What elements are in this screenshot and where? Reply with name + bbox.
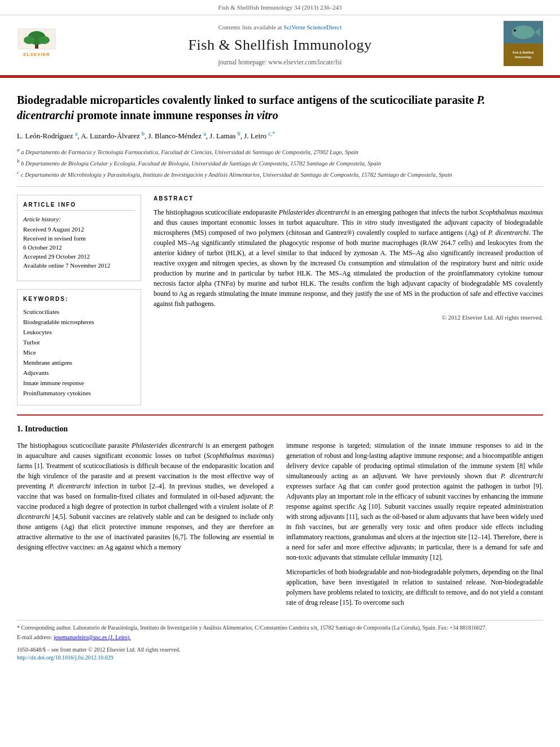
- footnotes-section: * Corresponding author. Laboratorio de P…: [17, 620, 543, 641]
- affiliation-a: a a Departamento de Farmacia y Tecnologí…: [17, 146, 543, 156]
- kw-7: Adjuvants: [23, 369, 135, 378]
- top-bar: Fish & Shellfish Immunology 34 (2013) 23…: [0, 0, 560, 15]
- journal-header: ELSEVIER Contents lists available at Sci…: [0, 15, 560, 76]
- contents-line: Contents lists available at SciVerse Sci…: [62, 23, 498, 32]
- kw-8: Innate immune response: [23, 379, 135, 388]
- article-info-heading: ARTICLE INFO: [23, 201, 135, 211]
- email-label: E-mail address:: [17, 634, 52, 640]
- introduction-section: 1. Introduction The histiophagous scutic…: [17, 414, 543, 612]
- doi-anchor[interactable]: http://dx.doi.org/10.1016/j.fsi.2012.10.…: [17, 654, 113, 661]
- affiliation-b: b b Departamento de Biología Celular y E…: [17, 158, 543, 168]
- intro-text-columns: The histiophagous scuticociliate parasit…: [17, 440, 543, 612]
- kw-4: Turbot: [23, 338, 135, 347]
- svg-rect-11: [504, 43, 543, 66]
- kw-5: Mice: [23, 348, 135, 357]
- copyright-line: © 2012 Elsevier Ltd. All rights reserved…: [154, 313, 543, 322]
- svg-point-8: [512, 25, 535, 39]
- svg-text:Fish & Shellfish: Fish & Shellfish: [513, 51, 534, 54]
- affiliation-c: c c Departamento de Microbiología y Para…: [17, 169, 543, 179]
- journal-homepage: journal homepage: www.elsevier.com/locat…: [62, 58, 498, 67]
- kw-2: Biodegradable microspheres: [23, 318, 135, 327]
- keywords-heading: Keywords:: [23, 295, 135, 304]
- svg-point-4: [38, 36, 50, 44]
- journal-badge-svg: Fish & Shellfish Immunology: [504, 21, 543, 66]
- svg-point-3: [24, 36, 35, 44]
- history-label: Article history:: [23, 215, 135, 224]
- journal-title: Fish & Shellfish Immunology: [62, 34, 498, 56]
- main-content: Biodegradable microparticles covalently …: [0, 82, 560, 662]
- abstract-text: The histiophagous scuticociliate endopar…: [154, 207, 543, 309]
- issn-text: 1050-4648/$ – see front matter © 2012 El…: [17, 646, 543, 654]
- kw-3: Leukocytes: [23, 328, 135, 337]
- revised-date: 6 October 2012: [23, 243, 135, 252]
- article-title: Biodegradable microparticles covalently …: [17, 93, 543, 123]
- doi-link[interactable]: http://dx.doi.org/10.1016/j.fsi.2012.10.…: [17, 654, 543, 662]
- intro-right-col: immune response is targeted; stimulation…: [286, 440, 543, 612]
- elsevier-logo-area: ELSEVIER: [17, 28, 62, 62]
- journal-thumbnail-area: Fish & Shellfish Immunology: [498, 21, 543, 69]
- kw-6: Membrane antigens: [23, 359, 135, 368]
- intro-para-2: immune response is targeted; stimulation…: [286, 440, 543, 562]
- intro-left-col: The histiophagous scuticociliate parasit…: [17, 440, 274, 612]
- elsevier-logo-svg: ELSEVIER: [17, 28, 56, 59]
- journal-citation: Fish & Shellfish Immunology 34 (2013) 23…: [218, 4, 342, 11]
- authors: L. León-Rodríguez a, A. Luzardo-Álvarez …: [17, 130, 543, 142]
- keywords-box: Keywords: Scuticociliates Biodegradable …: [17, 289, 141, 405]
- journal-header-center: Contents lists available at SciVerse Sci…: [62, 23, 498, 67]
- left-column: ARTICLE INFO Article history: Received 9…: [17, 195, 141, 405]
- intro-para-1: The histiophagous scuticociliate parasit…: [17, 440, 274, 552]
- received-date: Received 9 August 2012: [23, 225, 135, 234]
- article-title-section: Biodegradable microparticles covalently …: [17, 82, 543, 187]
- accepted-date: Accepted 29 October 2012: [23, 252, 135, 261]
- corresponding-author: * Corresponding author. Laboratorio de P…: [17, 624, 543, 632]
- svg-text:Immunology: Immunology: [515, 55, 532, 59]
- email-link[interactable]: josemanueleiro@usc.es (J. Leiro).: [54, 634, 131, 640]
- svg-point-10: [514, 29, 516, 32]
- revised-label: Received in revised form: [23, 234, 135, 243]
- article-history: Article history: Received 9 August 2012 …: [23, 215, 135, 270]
- page-wrapper: Fish & Shellfish Immunology 34 (2013) 23…: [0, 0, 560, 747]
- article-info-box: ARTICLE INFO Article history: Received 9…: [17, 195, 141, 281]
- svg-text:ELSEVIER: ELSEVIER: [23, 52, 50, 57]
- intro-heading: 1. Introduction: [17, 423, 543, 435]
- kw-9: Proinflammatory cytokines: [23, 389, 135, 398]
- available-date: Available online 7 November 2012: [23, 261, 135, 270]
- affiliations: a a Departamento de Farmacia y Tecnologí…: [17, 146, 543, 180]
- article-meta-row: ARTICLE INFO Article history: Received 9…: [17, 187, 543, 405]
- sciverse-link[interactable]: SciVerse ScienceDirect: [283, 24, 342, 30]
- email-line: E-mail address: josemanueleiro@usc.es (J…: [17, 634, 543, 641]
- abstract-section: ABSTRACT The histiophagous scuticociliat…: [154, 195, 543, 405]
- contents-text: Contents lists available at: [218, 24, 283, 30]
- issn-section: 1050-4648/$ – see front matter © 2012 El…: [17, 646, 543, 662]
- intro-para-3: Microparticles of both biodegradable and…: [286, 567, 543, 608]
- abstract-heading: ABSTRACT: [154, 195, 543, 203]
- kw-1: Scuticociliates: [23, 308, 135, 317]
- red-rule: [0, 76, 560, 78]
